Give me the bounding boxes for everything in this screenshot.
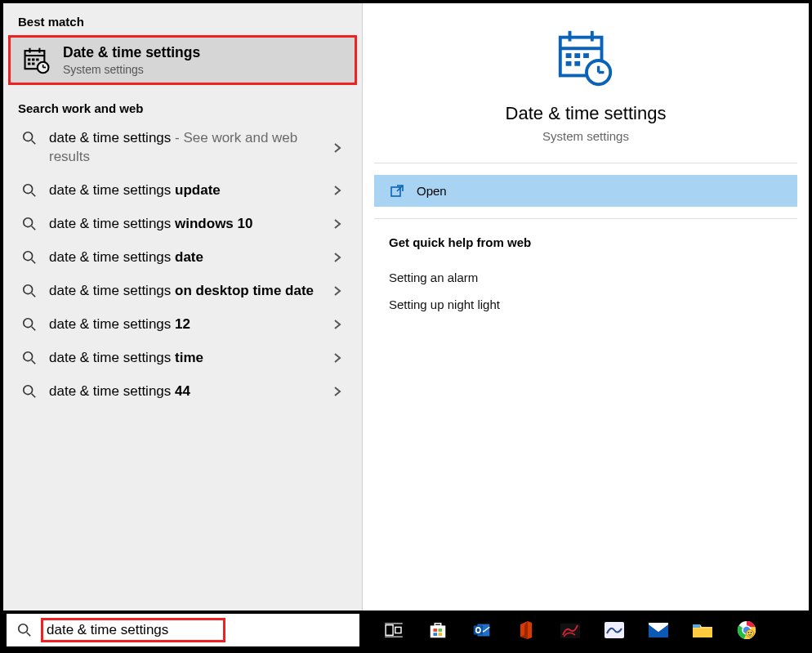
svg-point-42: [19, 624, 28, 633]
best-match-result[interactable]: Date & time settings System settings: [8, 35, 357, 85]
office-icon[interactable]: [506, 612, 546, 648]
search-section-header: Search work and web: [3, 90, 362, 122]
svg-line-13: [32, 141, 36, 145]
svg-line-15: [32, 193, 36, 197]
chevron-right-icon: [328, 185, 347, 196]
search-suggestion[interactable]: date & time settings time: [8, 342, 357, 375]
svg-point-24: [24, 351, 33, 360]
preview-hero: Date & time settings System settings: [363, 3, 809, 163]
svg-rect-4: [28, 58, 30, 60]
svg-rect-51: [438, 633, 442, 636]
search-suggestion[interactable]: date & time settings update: [8, 174, 357, 208]
svg-rect-48: [433, 628, 437, 632]
svg-rect-33: [574, 53, 580, 58]
svg-line-21: [32, 293, 36, 297]
svg-rect-35: [566, 61, 572, 66]
svg-rect-8: [32, 62, 34, 65]
generic-app-icon[interactable]: [595, 612, 634, 648]
suggestion-text: date & time settings 12: [49, 315, 328, 334]
svg-rect-50: [433, 633, 437, 636]
svg-point-18: [24, 252, 33, 261]
svg-rect-5: [32, 58, 34, 60]
open-button[interactable]: Open: [374, 175, 797, 207]
divider: [374, 163, 797, 163]
svg-line-27: [32, 393, 36, 397]
dragon-app-icon[interactable]: [551, 612, 590, 648]
svg-line-19: [32, 259, 36, 263]
svg-rect-45: [395, 627, 401, 633]
chrome-icon[interactable]: [727, 612, 766, 648]
search-suggestions-list: date & time settings - See work and web …: [3, 122, 362, 408]
suggestion-text: date & time settings - See work and web …: [49, 129, 328, 167]
best-match-title: Date & time settings: [63, 44, 200, 61]
svg-point-26: [24, 385, 33, 394]
svg-rect-58: [693, 628, 712, 637]
chevron-right-icon: [328, 285, 347, 297]
svg-point-37: [587, 60, 610, 84]
search-icon: [15, 623, 34, 637]
svg-point-14: [24, 185, 33, 194]
svg-rect-44: [386, 625, 393, 636]
chevron-right-icon: [328, 319, 347, 330]
svg-rect-36: [574, 61, 580, 66]
svg-point-64: [748, 632, 750, 633]
search-input[interactable]: [47, 622, 220, 638]
suggestion-text: date & time settings update: [49, 181, 328, 200]
search-suggestion[interactable]: date & time settings 44: [8, 375, 357, 409]
svg-rect-7: [28, 62, 30, 65]
chevron-right-icon: [328, 218, 347, 230]
best-match-subtitle: System settings: [63, 63, 200, 76]
svg-rect-32: [566, 53, 572, 58]
suggestion-text: date & time settings windows 10: [49, 215, 328, 234]
chevron-right-icon: [328, 352, 347, 364]
quick-help-link[interactable]: Setting up night light: [389, 291, 783, 318]
quick-help-link[interactable]: Setting an alarm: [389, 264, 783, 291]
date-time-icon: [22, 46, 51, 75]
svg-line-43: [27, 633, 31, 637]
taskbar-search-box[interactable]: [7, 614, 359, 646]
search-icon: [18, 315, 41, 332]
svg-line-23: [32, 326, 36, 330]
svg-rect-49: [438, 628, 442, 632]
chevron-right-icon: [328, 386, 347, 397]
svg-rect-6: [36, 58, 38, 60]
taskbar: [3, 611, 809, 650]
search-suggestion[interactable]: date & time settings on desktop time dat…: [8, 275, 357, 308]
svg-point-16: [24, 218, 33, 227]
svg-rect-34: [583, 53, 589, 58]
file-explorer-icon[interactable]: [683, 612, 722, 648]
search-icon: [18, 181, 41, 198]
search-results-panel: Best match: [3, 3, 363, 611]
search-suggestion[interactable]: date & time settings date: [8, 241, 357, 275]
microsoft-store-icon[interactable]: [418, 612, 457, 648]
search-suggestion[interactable]: date & time settings - See work and web …: [8, 122, 357, 174]
open-external-icon: [390, 185, 405, 198]
search-icon: [18, 282, 41, 298]
svg-line-17: [32, 226, 36, 230]
search-icon: [18, 382, 41, 399]
svg-point-20: [24, 284, 33, 293]
svg-line-25: [32, 360, 36, 364]
open-label: Open: [417, 184, 447, 198]
chevron-right-icon: [328, 142, 347, 154]
search-icon: [18, 349, 41, 365]
suggestion-text: date & time settings date: [49, 248, 328, 267]
search-suggestion[interactable]: date & time settings 12: [8, 308, 357, 342]
preview-panel: Date & time settings System settings Ope…: [363, 3, 809, 611]
task-view-icon[interactable]: [374, 612, 413, 648]
svg-point-12: [24, 132, 33, 141]
best-match-header: Best match: [3, 3, 362, 35]
svg-point-65: [751, 632, 752, 633]
mail-icon[interactable]: [639, 612, 678, 648]
svg-rect-59: [693, 624, 700, 628]
suggestion-text: date & time settings 44: [49, 382, 328, 401]
search-icon: [18, 215, 41, 231]
suggestion-text: date & time settings time: [49, 349, 328, 368]
svg-point-63: [747, 630, 754, 637]
search-suggestion[interactable]: date & time settings windows 10: [8, 208, 357, 241]
quick-help-header: Get quick help from web: [389, 235, 783, 249]
svg-point-22: [24, 318, 33, 327]
outlook-icon[interactable]: [462, 612, 502, 648]
preview-subtitle: System settings: [542, 129, 629, 143]
chevron-right-icon: [328, 252, 347, 263]
